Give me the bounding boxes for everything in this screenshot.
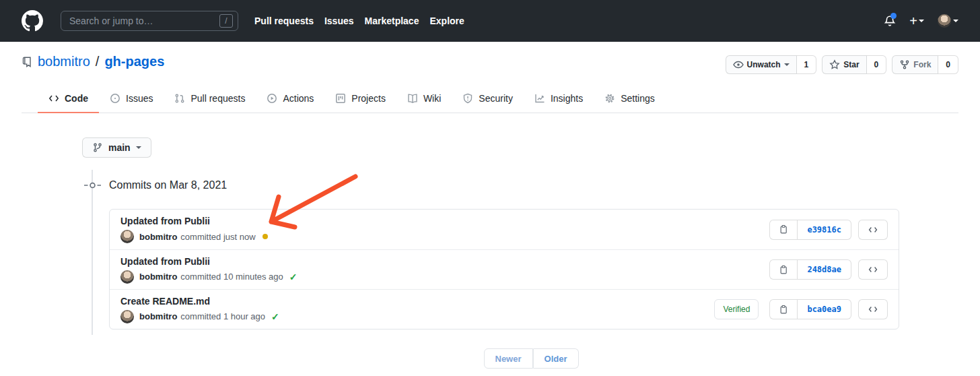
tab-settings[interactable]: Settings <box>594 85 666 113</box>
stars-count[interactable]: 0 <box>867 55 887 74</box>
code-icon <box>868 225 878 234</box>
tab-projects[interactable]: Projects <box>324 85 396 113</box>
commits-date-heading: Commits on Mar 8, 2021 <box>109 179 227 191</box>
tab-pull-requests[interactable]: Pull requests <box>164 85 256 113</box>
star-icon <box>829 59 840 70</box>
commit-time: committed just now <box>180 232 255 242</box>
green-check-icon[interactable]: ✓ <box>289 272 298 282</box>
browse-repo-button[interactable] <box>858 220 888 240</box>
commit-list: Updated from Publii bobmitro committed j… <box>109 209 899 330</box>
pull-request-icon <box>174 93 185 104</box>
commits-timeline: Commits on Mar 8, 2021 Updated from Publ… <box>82 178 980 330</box>
clipboard-icon <box>779 265 788 275</box>
slash-key-hint: / <box>219 14 233 28</box>
commit-row: Create README.md bobmitro committed 1 ho… <box>110 289 899 329</box>
clipboard-icon <box>779 305 788 315</box>
wiki-icon <box>407 93 418 104</box>
tab-security[interactable]: Security <box>452 85 524 113</box>
tab-actions[interactable]: Actions <box>256 85 324 113</box>
nav-pull-requests[interactable]: Pull requests <box>254 15 314 26</box>
repo-icon <box>22 57 32 67</box>
timeline-line <box>92 170 93 335</box>
copy-sha-button[interactable] <box>769 299 798 319</box>
forks-count[interactable]: 0 <box>938 55 958 74</box>
commit-row: Updated from Publii bobmitro committed j… <box>110 210 899 249</box>
nav-explore[interactable]: Explore <box>429 15 464 26</box>
commit-sha-link[interactable]: 248d8ae <box>798 259 851 280</box>
breadcrumb-separator: / <box>96 54 100 69</box>
commit-actions: 248d8ae <box>769 259 888 280</box>
bell-icon[interactable] <box>884 15 896 27</box>
commit-time: committed 1 hour ago <box>180 311 265 321</box>
fork-button[interactable]: Fork <box>892 55 938 74</box>
git-commit-icon <box>84 180 101 191</box>
star-button[interactable]: Star <box>822 55 866 74</box>
tab-label: Pull requests <box>190 93 245 104</box>
repo-action-buttons: Unwatch 1 Star 0 Fo <box>726 55 958 74</box>
tab-issues[interactable]: Issues <box>99 85 164 113</box>
committer-name[interactable]: bobmitro <box>139 311 177 321</box>
repo-name-link[interactable]: gh-pages <box>104 54 164 69</box>
tab-wiki[interactable]: Wiki <box>396 85 452 113</box>
eye-icon <box>733 59 744 70</box>
committer-avatar[interactable] <box>120 310 134 323</box>
github-logo-icon[interactable] <box>22 10 43 32</box>
topnav-links: Pull requests Issues Marketplace Explore <box>254 15 464 26</box>
commit-actions: Verified bca0ea9 <box>714 299 888 319</box>
tab-insights[interactable]: Insights <box>524 85 594 113</box>
commit-sha-link[interactable]: bca0ea9 <box>798 299 851 319</box>
committer-avatar[interactable] <box>120 230 134 243</box>
fork-icon <box>899 59 910 70</box>
verified-badge[interactable]: Verified <box>714 299 759 319</box>
code-icon <box>868 305 878 314</box>
yellow-dot-icon[interactable] <box>262 234 268 239</box>
commit-info: Create README.md bobmitro committed 1 ho… <box>120 296 279 323</box>
older-button[interactable]: Older <box>533 348 579 369</box>
search-box[interactable]: / <box>61 11 238 31</box>
commit-title-link[interactable]: Create README.md <box>120 296 279 307</box>
commit-title-link[interactable]: Updated from Publii <box>120 256 298 267</box>
tab-label: Settings <box>621 93 655 104</box>
nav-marketplace[interactable]: Marketplace <box>365 15 419 26</box>
repo-owner-link[interactable]: bobmitro <box>38 54 90 69</box>
commit-info: Updated from Publii bobmitro committed 1… <box>120 256 298 284</box>
commit-time: committed 10 minutes ago <box>180 272 283 282</box>
copy-sha-button[interactable] <box>769 259 798 280</box>
committer-name[interactable]: bobmitro <box>139 232 177 242</box>
clipboard-icon <box>779 224 788 234</box>
star-button-group: Star 0 <box>822 55 886 74</box>
code-icon <box>48 93 59 104</box>
chevron-down-icon <box>136 146 141 152</box>
branch-name: main <box>108 142 131 153</box>
search-input[interactable] <box>69 15 219 26</box>
green-check-icon[interactable]: ✓ <box>271 311 279 322</box>
chevron-down-icon <box>953 20 958 25</box>
unwatch-button[interactable]: Unwatch <box>726 55 797 74</box>
watchers-count[interactable]: 1 <box>797 55 817 74</box>
copy-sha-button[interactable] <box>769 220 798 240</box>
nav-issues[interactable]: Issues <box>324 15 354 26</box>
browse-repo-button[interactable] <box>858 299 888 319</box>
plus-icon: + <box>909 14 917 28</box>
gear-icon <box>604 93 615 104</box>
newer-button[interactable]: Newer <box>484 348 533 369</box>
commit-title-link[interactable]: Updated from Publii <box>120 216 268 226</box>
tab-code[interactable]: Code <box>38 85 99 113</box>
committer-name[interactable]: bobmitro <box>139 272 177 282</box>
top-navigation: / Pull requests Issues Marketplace Explo… <box>0 0 980 42</box>
chevron-down-icon <box>919 20 924 25</box>
branch-selector[interactable]: main <box>82 137 151 158</box>
tab-label: Security <box>479 93 513 104</box>
commit-actions: e39816c <box>769 220 888 240</box>
create-new-button[interactable]: + <box>909 14 924 28</box>
browse-repo-button[interactable] <box>858 259 888 280</box>
repo-header: bobmitro / gh-pages Unwatch 1 <box>0 42 980 113</box>
insights-icon <box>534 93 545 104</box>
commit-sha-link[interactable]: e39816c <box>798 220 851 240</box>
topnav-right: + <box>884 14 958 28</box>
committer-avatar[interactable] <box>120 270 134 284</box>
tab-label: Insights <box>551 93 583 104</box>
unwatch-label: Unwatch <box>747 60 781 69</box>
commits-date-group: Commits on Mar 8, 2021 <box>109 178 980 193</box>
user-menu[interactable] <box>938 14 958 28</box>
